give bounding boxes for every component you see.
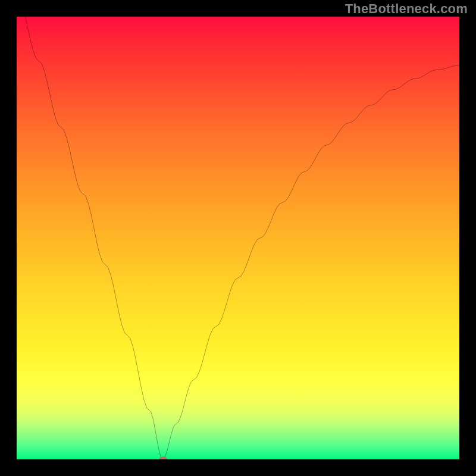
curve-path	[17, 17, 459, 459]
minimum-marker	[159, 457, 167, 460]
plot-area	[17, 17, 459, 459]
watermark-text: TheBottleneck.com	[345, 1, 468, 17]
bottleneck-curve	[17, 17, 459, 459]
chart-frame: TheBottleneck.com	[0, 0, 476, 476]
